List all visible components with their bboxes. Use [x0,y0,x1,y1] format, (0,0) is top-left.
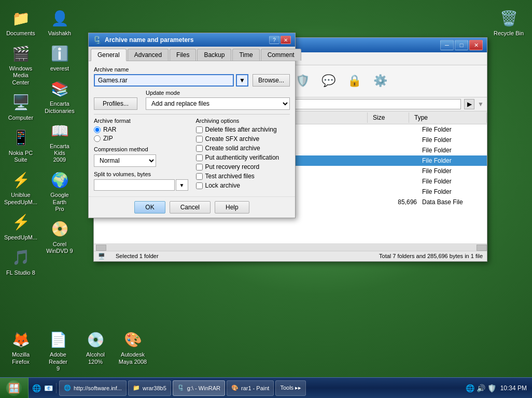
desktop-icon-corel[interactable]: 📀 CorelWinDVD 9 [41,216,78,257]
protect-icon: 🔒 [346,73,362,89]
desktop-icon-recycle[interactable]: 🗑️ Recycle Bin [491,5,527,39]
desktop-icon-encarta-kids[interactable]: 📖 Encarta Kids2009 [41,118,78,166]
breadcrumb-arrow: ▼ [478,101,484,108]
tray-shield-icon[interactable]: 🛡️ [487,384,496,392]
check-lock[interactable] [196,182,203,189]
tab-advanced[interactable]: Advanced [128,49,169,61]
update-mode-select[interactable]: Add and replace files Update and add fil… [146,97,290,110]
taskbar-item-browser[interactable]: 🌐 http://software.inf... [59,380,127,396]
desktop-icon-documents2[interactable]: 📁 Documents [3,5,39,39]
archive-name-input-row: ▼ [94,74,248,87]
desktop-icon-fl[interactable]: 🎵 FL Studio 8 [3,245,39,279]
toolbar-comment[interactable]: 💬 [316,70,340,92]
help-button[interactable]: Help [215,201,249,214]
desktop-icon-nokia[interactable]: 📱 Nokia PCSuite [3,125,39,166]
tray-network-icon[interactable]: 🌐 [466,384,474,392]
tools-label: Tools ▸▸ [280,385,301,391]
minimize-button[interactable]: ─ [440,40,454,50]
start-button[interactable]: 🪟 [0,378,29,398]
desktop-icon-vaishakh2[interactable]: 👤 Vaishakh [41,5,78,39]
taskbar-item-paint[interactable]: 🎨 rar1 - Paint [227,380,274,396]
two-col-section: Archive format RAR ZIP Compression metho… [94,118,290,191]
profiles-button[interactable]: Profiles... [94,97,137,110]
tray-volume-icon[interactable]: 🔊 [477,384,485,392]
taskbar-item-winrar[interactable]: 🗜️ g:\ - WinRAR [173,380,225,396]
radio-rar[interactable] [94,126,101,133]
dialog-title: Archive name and parameters [105,36,193,44]
radio-rar-label: RAR [103,126,116,133]
check-sfx[interactable] [196,136,203,143]
desktop-icon-wmc2[interactable]: 🎬 WindowsMedia Center [3,40,39,89]
maximize-button[interactable]: □ [455,40,468,50]
tab-comment[interactable]: Comment [261,49,301,61]
browse-button[interactable]: Browse... [253,74,290,87]
dialog-content: Archive name ▼ Browse... Profiles... Upd… [89,61,295,196]
winrar-taskbar-label: g:\ - WinRAR [187,385,220,391]
desktop-icon-encarta-dict[interactable]: 📚 EncartaDictionaries [41,76,78,117]
radio-zip[interactable] [94,135,101,142]
check-delete[interactable] [196,126,203,133]
toolbar-protect[interactable]: 🔒 [342,70,366,92]
dialog-title-icon: 🗜️ [93,36,102,44]
desktop-icon-computer2[interactable]: 🖥️ Computer [3,90,39,124]
horizontal-scrollbar[interactable] [94,244,487,251]
tab-files[interactable]: Files [170,49,196,61]
desktop-icon-everest[interactable]: ℹ️ everest [41,40,78,75]
window-controls: ─ □ ✕ [440,40,483,50]
check-test-item: Test archived files [196,173,290,180]
toolbar-sfx[interactable]: ⚙️ [368,70,392,92]
scroll-left[interactable] [96,245,106,251]
archive-format-label: Archive format [94,118,188,124]
ql-media-icon[interactable]: 📧 [43,383,53,393]
compression-select[interactable]: Normal Store Fastest Fast Good Best [94,154,156,167]
paint-label: rar1 - Paint [241,385,269,391]
status-bar: 🖥️ Selected 1 folder Total 7 folders and… [94,251,487,261]
col-size[interactable]: Size [368,112,409,123]
desktop: 📁 Documents 🎬 WindowsMedia Center 👤 Vais… [0,0,532,398]
tab-general[interactable]: General [91,49,127,61]
col-type[interactable]: Type [409,112,487,123]
file-type: File Folder [422,178,484,185]
check-recovery[interactable] [196,164,203,170]
radio-rar-item: RAR [94,126,188,133]
archive-name-input[interactable] [94,74,234,87]
check-auth[interactable] [196,154,203,161]
taskbar-tray: 🌐 🔊 🛡️ 10:34 PM [460,384,532,392]
address-go-button[interactable]: ▶ [464,99,474,109]
desktop-icon-google-earth[interactable]: 🌍 Google EarthPro [41,167,78,215]
check-auth-label: Put authenticity verification [205,154,279,161]
split-dropdown-button[interactable]: ▼ [176,179,188,191]
ql-ie-icon[interactable]: 🌐 [31,383,41,393]
taskbar-items: 🌐 http://software.inf... 📁 wrar38b5 🗜️ g… [57,380,460,396]
desktop-icon-adobe[interactable]: 📄 Adobe Reader9 [40,326,76,375]
check-solid[interactable] [196,145,203,152]
radio-zip-item: ZIP [94,135,188,142]
tab-time[interactable]: Time [232,49,259,61]
desktop-icon-speedup[interactable]: ⚡ SpeedUpM... [3,209,39,244]
scroll-right[interactable] [477,245,487,251]
sfx-icon: ⚙️ [372,73,388,89]
taskbar-item-tools[interactable]: Tools ▸▸ [275,380,306,396]
dialog-close-button[interactable]: ✕ [281,36,291,44]
desktop-icon-uniblue[interactable]: ⚡ UniblueSpeedUpM... [3,167,39,208]
split-label: Split to volumes, bytes [94,171,188,177]
tab-backup[interactable]: Backup [197,49,231,61]
scroll-track[interactable] [106,245,477,251]
close-button[interactable]: ✕ [469,40,483,50]
archive-name-section: Archive name ▼ [94,66,248,87]
split-input[interactable] [94,179,175,191]
status-icon: 🖥️ [98,253,105,260]
desktop-icon-maya[interactable]: 🎨 AutodeskMaya 2008 [115,326,151,375]
ok-button[interactable]: OK [134,201,165,214]
tab-bar: General Advanced Files Backup Time Comme… [89,47,295,61]
dialog-help-button[interactable]: ? [269,36,279,44]
cancel-button[interactable]: Cancel [170,201,211,214]
check-sfx-item: Create SFX archive [196,135,290,143]
desktop-icon-firefox[interactable]: 🦊 MozillaFirefox [3,326,39,375]
taskbar-item-wrar[interactable]: 📁 wrar38b5 [128,380,171,396]
check-test[interactable] [196,173,203,180]
file-type: File Folder [422,157,484,164]
desktop-icon-alcohol[interactable]: 💿 Alcohol 120% [77,326,114,375]
profiles-update-row: Profiles... Update mode Add and replace … [94,90,290,110]
archiving-options-label: Archiving options [196,118,290,124]
